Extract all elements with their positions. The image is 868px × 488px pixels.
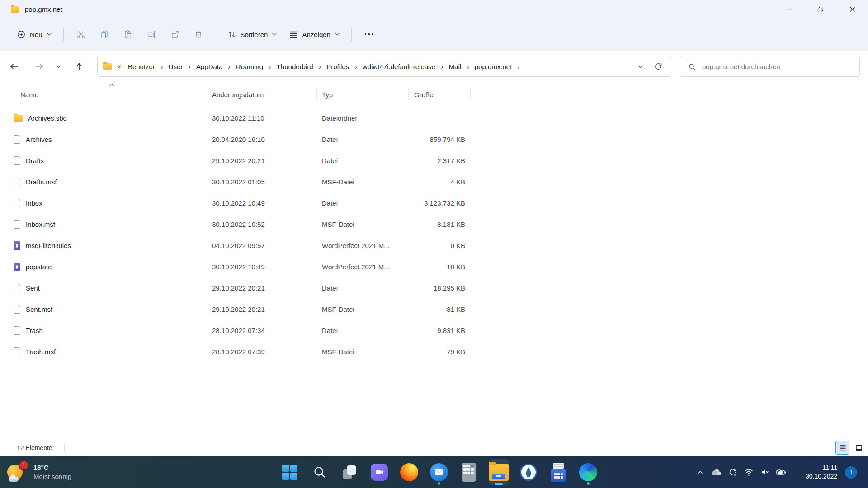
widgets-button[interactable]: 1 18°C Meist sonnig [7,459,71,485]
start-button[interactable] [280,459,300,485]
view-button[interactable]: Anzeigen [283,25,346,44]
column-divider[interactable] [408,89,409,100]
file-row[interactable]: Inbox.msf 30.10.2022 10:52 MSF-Datei 8.1… [0,214,497,235]
sort-button[interactable]: Sortieren [222,25,283,44]
wordperfect-button[interactable] [519,459,538,485]
thunderbird-button[interactable] [429,459,449,485]
paste-button[interactable] [116,25,140,44]
onedrive-button[interactable] [710,463,723,481]
file-date: 29.10.2022 20:21 [208,284,316,292]
volume-muted-button[interactable] [759,463,772,481]
file-row[interactable]: Drafts 29.10.2022 20:21 Datei 2.317 KB [0,150,497,171]
edge-button[interactable] [578,459,598,485]
up-button[interactable] [70,57,89,76]
wordperfect-icon [14,263,20,271]
arrow-left-icon [9,61,19,71]
breadcrumb-item[interactable]: Mail [446,61,465,72]
rename-button[interactable] [140,25,163,44]
refresh-icon[interactable] [654,62,663,71]
firefox-icon [400,463,418,481]
breadcrumb-item[interactable]: Thunderbird [274,61,316,72]
tray-overflow-button[interactable] [693,463,707,481]
breadcrumb-overflow[interactable]: « [112,62,125,70]
more-options-button[interactable] [357,25,381,44]
breadcrumb-separator-icon[interactable]: › [226,63,233,70]
file-name: Archives [26,136,52,143]
chat-button[interactable] [369,459,389,485]
close-button[interactable] [836,0,868,19]
address-bar[interactable]: « Benutzer›User›AppData›Roaming›Thunderb… [97,56,671,77]
fax-app-button[interactable] [548,459,568,485]
address-bar-actions [636,62,665,71]
breadcrumb-item[interactable]: Benutzer [125,61,158,72]
breadcrumb-item[interactable]: pop.gmx.net [472,61,515,72]
sync-status-button[interactable] [726,463,739,481]
column-divider[interactable] [208,89,208,100]
copy-button[interactable] [93,25,116,44]
firefox-button[interactable] [399,459,419,485]
file-row[interactable]: Inbox 30.10.2022 10:49 Datei 3.123.732 K… [0,192,497,214]
file-row[interactable]: popstate 30.10.2022 10:49 WordPerfect 20… [0,256,497,277]
arrow-right-icon [34,61,44,71]
file-type: Datei [316,327,408,334]
toolbar-divider [63,28,64,41]
cut-button[interactable] [69,25,93,44]
details-view-toggle[interactable] [835,441,849,455]
forward-button[interactable] [30,57,49,76]
column-header-size[interactable]: Größe [408,91,465,99]
breadcrumb-item[interactable]: Roaming [233,61,266,72]
share-button[interactable] [163,25,187,44]
file-row[interactable]: Trash 28.10.2022 07:34 Datei 9.831 KB [0,320,497,341]
delete-button[interactable] [187,25,210,44]
file-row[interactable]: Trash.msf 28.10.2022 07:39 MSF-Datei 79 … [0,341,497,362]
calculator-button[interactable] [459,459,479,485]
back-button[interactable] [5,57,24,76]
breadcrumb-separator-icon[interactable]: › [352,63,359,70]
file-icon [14,135,20,144]
column-divider[interactable] [316,89,317,100]
column-header-name[interactable]: Name [0,91,208,99]
file-icon [14,305,20,314]
breadcrumb-separator-icon[interactable]: › [464,63,472,70]
breadcrumb-item[interactable]: wdiwt47i.default-release [359,61,439,72]
breadcrumb-separator-icon[interactable]: › [316,63,324,70]
file-row[interactable]: Sent.msf 29.10.2022 20:21 MSF-Datei 81 K… [0,299,497,320]
search-input[interactable] [702,63,852,70]
breadcrumb-separator-icon[interactable]: › [186,63,193,70]
wifi-button[interactable] [742,463,755,481]
file-type: Datei [316,136,408,143]
file-name: Sent.msf [26,305,52,313]
file-row[interactable]: Drafts.msf 30.10.2022 01:05 MSF-Datei 4 … [0,171,497,192]
restore-button[interactable] [805,0,836,19]
breadcrumb-item[interactable]: User [165,61,186,72]
column-header-date[interactable]: Änderungsdatum [208,91,316,99]
file-row[interactable]: msgFilterRules 04.10.2022 09:57 WordPerf… [0,235,497,256]
file-type: Dateiordner [316,114,408,122]
notification-badge[interactable]: 1 [845,466,857,479]
column-divider[interactable] [470,89,471,100]
taskbar-search-button[interactable] [310,459,330,485]
column-header-type[interactable]: Typ [316,91,408,99]
breadcrumb-separator-icon[interactable]: › [158,63,165,70]
breadcrumb-separator-icon[interactable]: › [515,63,522,70]
windows-start-icon [282,465,297,480]
address-dropdown-icon[interactable] [636,62,645,71]
file-explorer-button[interactable] [489,459,509,485]
weather-icon: 1 [7,462,28,483]
new-button[interactable]: Neu [11,25,58,44]
file-row[interactable]: Archives.sbd 30.10.2022 11:10 Dateiordne… [0,108,497,129]
task-view-button[interactable] [340,459,359,485]
clock[interactable]: 11:11 30.10.2022 [806,464,837,481]
breadcrumb-separator-icon[interactable]: › [266,63,274,70]
recent-locations-button[interactable] [51,57,66,76]
file-row[interactable]: Archives 20.04.2020 16:10 Datei 859.794 … [0,129,497,150]
breadcrumb-separator-icon[interactable]: › [439,63,446,70]
file-name-cell: Drafts [14,156,208,165]
breadcrumb-item[interactable]: Profiles [323,61,352,72]
battery-charging-button[interactable] [775,463,788,481]
minimize-button[interactable] [773,0,805,19]
file-date: 29.10.2022 20:21 [208,305,316,313]
thumbnails-view-toggle[interactable] [852,441,866,455]
breadcrumb-item[interactable]: AppData [193,61,226,72]
file-row[interactable]: Sent 29.10.2022 20:21 Datei 18.295 KB [0,277,497,299]
